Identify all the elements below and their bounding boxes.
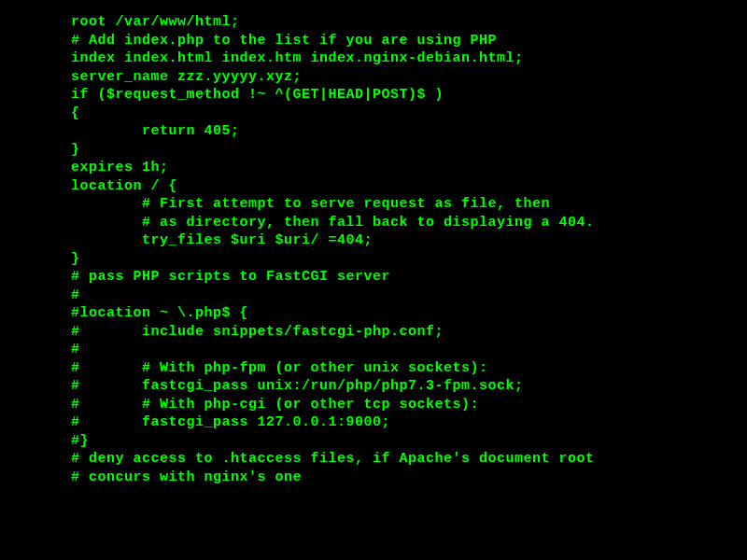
- config-line: #location ~ \.php$ {: [71, 304, 747, 323]
- config-line: # First attempt to serve request as file…: [71, 195, 747, 214]
- config-line: # Add index.php to the list if you are u…: [71, 32, 747, 50]
- config-line: # as directory, then fall back to displa…: [71, 214, 747, 232]
- config-line: {: [71, 105, 747, 123]
- config-line: }: [71, 250, 747, 269]
- config-line: #: [71, 287, 747, 305]
- config-line: index index.html index.htm index.nginx-d…: [71, 49, 747, 68]
- config-line: root /var/www/html;: [71, 13, 747, 32]
- config-line: #: [71, 341, 747, 359]
- config-line: # include snippets/fastcgi-php.conf;: [71, 323, 747, 342]
- config-line: expires 1h;: [71, 159, 747, 177]
- config-line: }: [71, 141, 747, 160]
- config-line: # concurs with nginx's one: [71, 469, 747, 487]
- config-line: # deny access to .htaccess files, if Apa…: [71, 450, 747, 469]
- terminal-content: root /var/www/html; # Add index.php to t…: [71, 13, 747, 486]
- config-line: if ($request_method !~ ^(GET|HEAD|POST)$…: [71, 86, 747, 105]
- config-line: # # With php-fpm (or other unix sockets)…: [71, 359, 747, 378]
- config-line: # fastcgi_pass 127.0.0.1:9000;: [71, 413, 747, 432]
- config-line: server_name zzz.yyyyy.xyz;: [71, 68, 747, 87]
- config-line: location / {: [71, 177, 747, 196]
- config-line: try_files $uri $uri/ =404;: [71, 231, 747, 250]
- config-line: return 405;: [71, 122, 747, 141]
- config-line: #}: [71, 432, 747, 451]
- config-line: # # With php-cgi (or other tcp sockets):: [71, 396, 747, 414]
- config-line: # pass PHP scripts to FastCGI server: [71, 268, 747, 287]
- config-line: # fastcgi_pass unix:/run/php/php7.3-fpm.…: [71, 377, 747, 396]
